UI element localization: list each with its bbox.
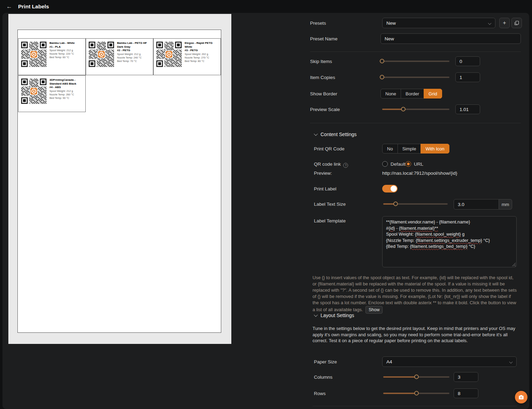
duplicate-preset-button[interactable]	[511, 18, 522, 28]
slider-handle[interactable]	[414, 375, 419, 379]
divider	[310, 52, 521, 52]
presets-select-value: New	[386, 21, 396, 26]
item-copies-input[interactable]: 1	[455, 72, 480, 82]
qr-link-url-radio[interactable]: URL	[406, 161, 423, 167]
chevron-down-icon	[488, 22, 492, 25]
label-nozzle-temp: Nozzle Temp: 270 °C	[185, 56, 219, 60]
print-qr-no[interactable]: No	[382, 144, 398, 154]
chevron-down-icon	[314, 313, 318, 317]
label-id-material: #3 - PETG	[185, 49, 219, 53]
camera-icon	[518, 394, 524, 400]
label-vendor-name: Bambu Lab - White	[49, 41, 75, 45]
label-text-size-input[interactable]: 3.0	[454, 199, 499, 210]
skip-items-slider[interactable]	[380, 57, 449, 66]
paper-size-select[interactable]: A4	[382, 356, 517, 367]
columns-slider[interactable]	[383, 372, 449, 382]
label-bed-temp: Bed Temp: 60 °C	[49, 56, 75, 59]
presets-select[interactable]: New	[382, 18, 495, 28]
label-template-textarea[interactable]: **{filament.vendor.name} - {filament.nam…	[382, 216, 517, 267]
label-weight: Spool Weight: 202 g	[185, 53, 219, 56]
slider-handle[interactable]	[414, 391, 419, 395]
slider-handle[interactable]	[380, 59, 384, 63]
show-border-none[interactable]: None	[380, 89, 401, 99]
paper-size-label: Paper Size	[314, 359, 337, 364]
slider-handle[interactable]	[393, 202, 398, 206]
content-settings-title: Content Settings	[321, 132, 357, 137]
qr-code-icon	[20, 78, 47, 105]
label-weight: Spool Weight: 212 g	[49, 89, 84, 93]
label-id-material: #1 - PLA	[49, 45, 75, 49]
rows-input[interactable]: 8	[454, 388, 478, 398]
chevron-down-icon	[509, 360, 513, 364]
skip-items-input[interactable]: 0	[455, 56, 480, 66]
radio-icon[interactable]	[382, 161, 388, 167]
rows-label: Rows	[314, 391, 326, 396]
label-id-material: #4 - ABS	[49, 86, 84, 89]
layout-settings-header[interactable]: Layout Settings	[314, 313, 354, 318]
label-cell: Bambu Lab - PETG HF Dark Gray #2 - PETG …	[86, 38, 153, 75]
label-weight: Spool Weight: 212 g	[117, 53, 152, 56]
columns-label: Columns	[314, 375, 332, 380]
preset-name-input[interactable]: New	[380, 33, 521, 44]
radio-selected-icon[interactable]	[406, 161, 411, 167]
qr-code-icon	[155, 41, 183, 68]
template-line: Spool Weight: {filament.spool_weight} g	[386, 231, 513, 237]
labels-grid: Bambu Lab - White #1 - PLA Spool Weight:…	[18, 38, 221, 112]
print-preview-area: Bambu Lab - White #1 - PLA Spool Weight:…	[8, 14, 231, 344]
template-line: {Nozzle Temp: {filament.settings_extrude…	[386, 237, 513, 244]
qr-code-icon	[88, 41, 115, 68]
item-copies-label: Item Copies	[310, 75, 335, 80]
toggle-knob	[391, 186, 397, 192]
preview-url-value: http://nas.local:7912/spool/show/{id}	[382, 171, 457, 176]
label-nozzle-temp: Nozzle Temp: 220 °C	[49, 52, 75, 56]
label-text-size-label: Label Text Size	[314, 202, 346, 207]
add-preset-button[interactable]: +	[499, 18, 510, 28]
slider-handle[interactable]	[401, 107, 406, 111]
slider-handle[interactable]	[380, 75, 384, 79]
preset-name-value: New	[385, 36, 394, 41]
preview-scale-input[interactable]: 1.01	[455, 104, 480, 114]
template-line: {Bed Temp: {filament.settings_bed_temp} …	[386, 243, 513, 250]
back-arrow-icon[interactable]: ←	[6, 3, 12, 10]
page-title: Print Labels	[18, 3, 49, 10]
camera-button[interactable]	[515, 391, 527, 403]
label-template-label: Label Template	[314, 218, 346, 223]
show-border-label: Show Border	[310, 91, 337, 96]
template-line: #{id} - {filament.material}**	[386, 225, 513, 231]
preset-name-label: Preset Name	[310, 36, 338, 41]
chevron-down-icon	[314, 132, 318, 136]
show-border-group: None Border Grid	[380, 89, 442, 99]
print-label-toggle[interactable]	[382, 185, 398, 192]
label-text-size-slider[interactable]	[383, 199, 448, 209]
paper-size-value: A4	[386, 359, 392, 364]
template-help-text: Use {} to insert values of the spool obj…	[313, 275, 517, 314]
show-tags-button[interactable]: Show	[365, 306, 383, 314]
rows-slider[interactable]	[383, 389, 449, 398]
skip-items-label: Skip Items	[310, 59, 332, 64]
content-settings-header[interactable]: Content Settings	[314, 132, 357, 137]
columns-input[interactable]: 3	[454, 372, 478, 382]
resize-handle[interactable]	[512, 262, 516, 266]
divider	[313, 406, 517, 406]
label-bed-temp: Bed Temp: 90 °C	[49, 96, 84, 100]
label-weight: Spool Weight: 212 g	[49, 49, 75, 52]
print-qr-with-icon[interactable]: With Icon	[421, 144, 449, 154]
label-cell: 3DPrintingCanada - Standard ABS Black #4…	[18, 75, 86, 112]
item-copies-slider[interactable]	[380, 73, 449, 82]
label-id-material: #2 - PETG	[117, 49, 152, 53]
show-border-grid[interactable]: Grid	[424, 89, 442, 99]
label-nozzle-temp: Nozzle Temp: 260 °C	[49, 93, 84, 96]
qr-link-default-radio[interactable]: Default	[382, 161, 406, 167]
preview-url-label: Preview:	[314, 171, 332, 176]
show-border-border[interactable]: Border	[401, 89, 424, 99]
print-qr-simple[interactable]: Simple	[398, 144, 421, 154]
label-vendor-name: 3DPrintingCanada - Standard ABS Black	[49, 78, 84, 86]
presets-label: Presets	[310, 21, 326, 26]
layout-settings-description: Tune in the settings below to get the de…	[313, 325, 519, 344]
paper-page: Bambu Lab - White #1 - PLA Spool Weight:…	[17, 30, 221, 333]
plus-icon: +	[503, 20, 506, 26]
label-cell: Bambu Lab - White #1 - PLA Spool Weight:…	[18, 38, 86, 75]
preview-scale-slider[interactable]	[382, 105, 449, 114]
label-bed-temp: Bed Temp: 80 °C	[185, 60, 219, 63]
label-vendor-name: Bambu Lab - PETG HF Dark Gray	[117, 41, 152, 49]
